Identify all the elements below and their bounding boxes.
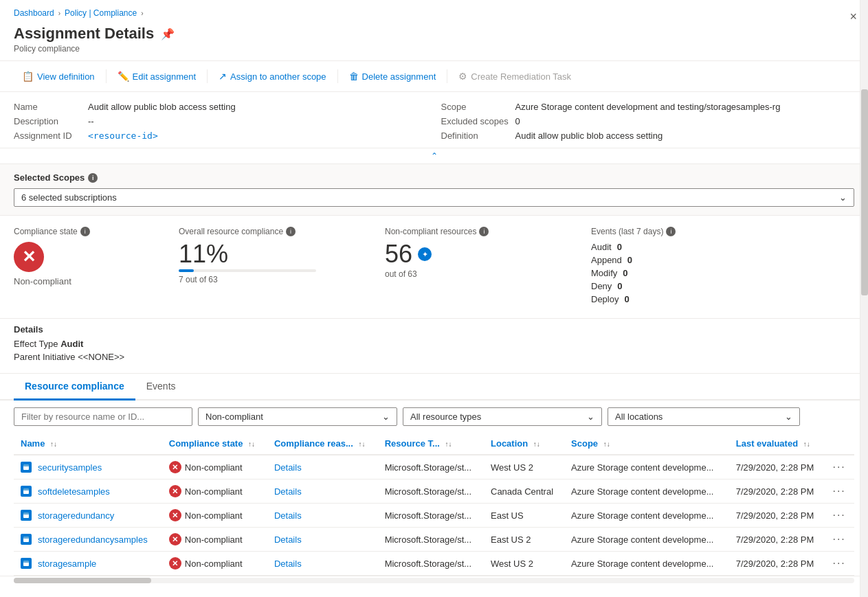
location-filter-dropdown[interactable]: All locations ⌄	[608, 407, 800, 426]
cell-name-1: softdeletesamples	[14, 480, 162, 504]
delete-assignment-button[interactable]: 🗑 Delete assignment	[341, 67, 445, 86]
cell-scope-4: Azure Storage content developme...	[564, 552, 729, 576]
scopes-title: Selected Scopes i	[14, 172, 854, 183]
collapse-bar[interactable]: ⌃	[0, 148, 868, 164]
more-button-2[interactable]: ···	[832, 509, 845, 521]
overall-compliance-info-icon[interactable]: i	[286, 227, 296, 236]
details-link-2[interactable]: Details	[274, 510, 302, 521]
search-input[interactable]	[14, 407, 192, 426]
cell-more-1: ···	[825, 480, 854, 504]
toolbar-separator-4	[447, 69, 447, 83]
delete-assignment-icon: 🗑	[349, 71, 359, 82]
detail-name-row: Name Audit allow public blob access sett…	[14, 102, 427, 112]
storage-icon-2	[21, 510, 32, 521]
cell-location-2: East US	[484, 504, 564, 528]
cell-last-evaluated-3: 7/29/2020, 2:28 PM	[729, 528, 826, 552]
compliance-filter-dropdown[interactable]: Non-compliant ⌄	[198, 407, 397, 426]
col-last-evaluated[interactable]: Last evaluated ↑↓	[729, 433, 826, 455]
collapse-icon: ⌃	[431, 151, 438, 161]
cell-location-1: Canada Central	[484, 480, 564, 504]
tab-resource-compliance[interactable]: Resource compliance	[14, 374, 135, 401]
resource-link-0[interactable]: securitysamples	[21, 462, 155, 473]
compliance-icon-3: ✕	[169, 533, 181, 545]
resource-link-3[interactable]: storageredundancysamples	[21, 534, 155, 545]
more-button-3[interactable]: ···	[832, 533, 845, 545]
details-link-1[interactable]: Details	[274, 486, 302, 497]
edit-assignment-button[interactable]: ✏️ Edit assignment	[109, 67, 205, 86]
panel-title: Assignment Details	[14, 25, 154, 43]
tab-bar: Resource compliance Events	[0, 374, 868, 401]
tab-events[interactable]: Events	[135, 374, 187, 401]
sort-resource-type-icon: ↑↓	[445, 440, 452, 448]
close-button[interactable]: ×	[849, 10, 857, 24]
details-link-0[interactable]: Details	[274, 462, 302, 473]
more-button-4[interactable]: ···	[832, 557, 845, 569]
detail-definition-value: Audit allow public blob access setting	[515, 131, 663, 141]
details-grid: Name Audit allow public blob access sett…	[0, 92, 868, 148]
cell-reason-1: Details	[267, 480, 378, 504]
cell-last-evaluated-0: 7/29/2020, 2:28 PM	[729, 455, 826, 480]
col-name[interactable]: Name ↑↓	[14, 433, 162, 455]
details-link-3[interactable]: Details	[274, 534, 302, 545]
cell-last-evaluated-4: 7/29/2020, 2:28 PM	[729, 552, 826, 576]
breadcrumb-dashboard[interactable]: Dashboard	[14, 8, 54, 18]
location-filter-value: All locations	[615, 412, 663, 422]
cell-last-evaluated-2: 7/29/2020, 2:28 PM	[729, 504, 826, 528]
resource-link-1[interactable]: softdeletesamples	[21, 486, 155, 497]
compliance-icon-2: ✕	[169, 509, 181, 521]
cell-name-2: storageredundancy	[14, 504, 162, 528]
storage-icon-3	[21, 534, 32, 545]
details-link-4[interactable]: Details	[274, 559, 302, 569]
detail-description-value: --	[88, 116, 94, 126]
right-scrollbar[interactable]	[860, 0, 868, 597]
view-definition-button[interactable]: 📋 View definition	[14, 67, 103, 86]
toolbar-separator-3	[337, 69, 338, 83]
detail-excluded-scopes-label: Excluded scopes	[441, 116, 510, 126]
compliance-state-title: Compliance state i	[14, 227, 165, 236]
sort-name-icon: ↑↓	[50, 440, 57, 448]
svg-rect-3	[23, 488, 29, 491]
breadcrumb-policy-compliance[interactable]: Policy | Compliance	[65, 8, 137, 18]
col-location[interactable]: Location ↑↓	[484, 433, 564, 455]
breadcrumb-chevron-1: ›	[58, 10, 60, 17]
assign-scope-button[interactable]: ↗ Assign to another scope	[210, 67, 334, 86]
cell-compliance-1: ✕ Non-compliant	[162, 480, 267, 504]
detail-assignment-id-value: <resource-id>	[88, 131, 158, 141]
toolbar-separator-1	[106, 69, 107, 83]
non-compliant-icon: ✕	[14, 242, 44, 272]
col-scope[interactable]: Scope ↑↓	[564, 433, 729, 455]
events-list: Audit 0 Append 0 Modify 0 Deny 0 Deploy	[591, 242, 854, 304]
more-button-1[interactable]: ···	[832, 485, 845, 497]
scopes-dropdown[interactable]: 6 selected subscriptions ⌄	[14, 188, 854, 207]
breadcrumb-chevron-2: ›	[141, 10, 143, 17]
sort-scope-icon: ↑↓	[603, 440, 610, 448]
scroll-thumb-horizontal	[14, 578, 151, 583]
pin-icon[interactable]: 📌	[161, 27, 175, 41]
detail-scope-value: Azure Storage content development and te…	[515, 102, 781, 112]
non-compliant-info-icon[interactable]: i	[479, 227, 489, 236]
resource-link-2[interactable]: storageredundancy	[21, 510, 155, 521]
cell-location-3: East US 2	[484, 528, 564, 552]
more-button-0[interactable]: ···	[832, 461, 845, 473]
scroll-track	[14, 578, 854, 583]
resource-type-filter-dropdown[interactable]: All resource types ⌄	[403, 407, 602, 426]
cell-compliance-0: ✕ Non-compliant	[162, 455, 267, 480]
events-info-icon[interactable]: i	[666, 227, 676, 236]
sort-compliance-state-icon: ↑↓	[248, 440, 255, 448]
compliance-state-info-icon[interactable]: i	[80, 227, 90, 236]
filter-bar: Non-compliant ⌄ All resource types ⌄ All…	[0, 401, 868, 433]
resource-table-body: securitysamples ✕ Non-compliant Details …	[14, 455, 854, 576]
compliance-filter-chevron: ⌄	[382, 412, 390, 422]
table-row: storagesample ✕ Non-compliant Details Mi…	[14, 552, 854, 576]
col-compliance-reason[interactable]: Compliance reas... ↑↓	[267, 433, 378, 455]
scopes-info-icon[interactable]: i	[88, 173, 98, 183]
col-compliance-state[interactable]: Compliance state ↑↓	[162, 433, 267, 455]
bottom-scrollbar[interactable]	[0, 576, 868, 585]
overall-compliance-fraction: 7 out of 63	[179, 275, 371, 284]
overall-compliance-title: Overall resource compliance i	[179, 227, 371, 236]
col-resource-type[interactable]: Resource T... ↑↓	[378, 433, 484, 455]
cell-resource-type-3: Microsoft.Storage/st...	[378, 528, 484, 552]
scroll-thumb-vertical	[861, 89, 868, 295]
resource-link-4[interactable]: storagesample	[21, 558, 155, 569]
compliance-state-value: Non-compliant	[14, 276, 165, 286]
